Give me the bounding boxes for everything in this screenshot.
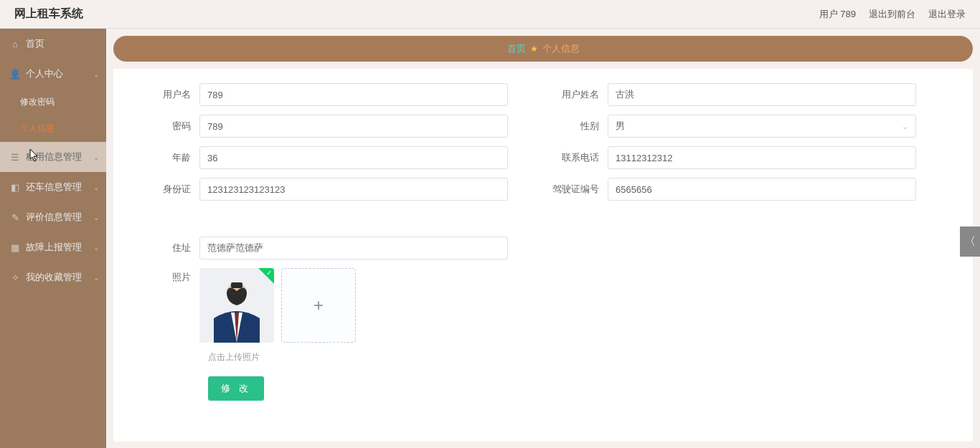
review-icon: ✎ [10, 212, 20, 222]
sidebar-item-label: 首页 [26, 37, 44, 50]
breadcrumb: 首页 ★ 个人信息 [113, 36, 973, 62]
age-input[interactable] [199, 146, 508, 169]
return-icon: ◧ [10, 182, 20, 192]
grid-icon: ▦ [10, 242, 20, 252]
breadcrumb-current: 个人信息 [542, 42, 580, 55]
sidebar-item-label: 个人中心 [26, 67, 63, 80]
phone-label: 联系电话 [543, 151, 608, 164]
star-separator-icon: ★ [530, 44, 538, 54]
svg-rect-2 [231, 282, 242, 288]
plus-icon: + [314, 295, 324, 315]
submit-button[interactable]: 修 改 [208, 376, 264, 401]
sidebar-item-favorite-management[interactable]: ✧ 我的收藏管理 ⌄ [0, 262, 106, 292]
sidebar-item-return-management[interactable]: ◧ 还车信息管理 ⌄ [0, 172, 106, 202]
address-input[interactable] [199, 237, 508, 259]
sidebar-item-label: 评价信息管理 [26, 211, 82, 224]
photo-upload-hint: 点击上传照片 [208, 351, 951, 363]
header-actions: 用户 789 退出到前台 退出登录 [819, 8, 966, 21]
username-label: 用户名 [135, 88, 199, 101]
age-label: 年龄 [135, 151, 199, 164]
breadcrumb-home[interactable]: 首页 [507, 42, 526, 55]
sidebar-item-home[interactable]: ⌂ 首页 [0, 29, 106, 59]
sidebar-sub-change-password[interactable]: 修改密码 [0, 89, 106, 115]
gender-select[interactable]: 男 ⌄ [608, 115, 916, 138]
user-icon: 👤 [10, 69, 20, 79]
star-icon: ✧ [10, 272, 20, 282]
photo-label: 照片 [135, 268, 199, 284]
license-label: 驾驶证编号 [543, 183, 608, 196]
username-input[interactable] [199, 83, 508, 106]
gender-label: 性别 [543, 120, 608, 133]
sidebar-item-rent-management[interactable]: ☰ 租用信息管理 ⌄ [0, 142, 106, 172]
photo-upload-add[interactable]: + [281, 268, 356, 343]
list-icon: ☰ [10, 152, 20, 162]
exit-to-front-link[interactable]: 退出到前台 [869, 8, 915, 21]
chevron-down-icon: ⌄ [93, 244, 99, 252]
sidebar-sub-personal-info[interactable]: 个人信息 [0, 115, 106, 142]
sidebar-item-label: 还车信息管理 [26, 181, 82, 194]
app-title: 网上租车系统 [14, 6, 83, 22]
idcard-input[interactable] [199, 178, 508, 201]
chevron-down-icon: ⌄ [902, 122, 908, 131]
gender-value: 男 [616, 120, 625, 133]
password-label: 密码 [135, 120, 199, 133]
right-collapse-tab[interactable]: 〈 [960, 227, 980, 257]
chevron-down-icon: ⌄ [93, 184, 99, 191]
chevron-down-icon: ⌄ [93, 274, 99, 282]
sidebar-item-label: 我的收藏管理 [26, 271, 82, 284]
license-input[interactable] [608, 178, 916, 201]
sidebar-item-personal-center[interactable]: 👤 个人中心 ⌄ [0, 59, 106, 89]
sidebar-item-review-management[interactable]: ✎ 评价信息管理 ⌄ [0, 202, 106, 232]
logout-link[interactable]: 退出登录 [928, 8, 966, 21]
chevron-left-icon: 〈 [964, 234, 976, 249]
sidebar: ⌂ 首页 👤 个人中心 ⌄ 修改密码 个人信息 ☰ 租用信息管理 ⌄ ◧ 还车信… [0, 29, 106, 448]
photo-thumbnail[interactable]: ✓ [199, 268, 274, 343]
sidebar-item-fault-management[interactable]: ▦ 故障上报管理 ⌄ [0, 232, 106, 262]
home-icon: ⌂ [10, 39, 20, 49]
sidebar-item-label: 租用信息管理 [26, 151, 82, 163]
chevron-down-icon: ⌄ [93, 214, 99, 221]
form-panel: 用户名 用户姓名 密码 性别 男 ⌄ [113, 69, 973, 442]
address-label: 住址 [135, 242, 199, 254]
password-input[interactable] [199, 115, 508, 138]
content-area: 首页 ★ 个人信息 用户名 用户姓名 密码 [106, 29, 980, 448]
check-icon: ✓ [266, 269, 272, 277]
realname-label: 用户姓名 [543, 88, 608, 101]
idcard-label: 身份证 [135, 183, 199, 196]
phone-input[interactable] [608, 146, 916, 169]
realname-input[interactable] [608, 83, 916, 106]
user-badge[interactable]: 用户 789 [819, 8, 856, 21]
top-header: 网上租车系统 用户 789 退出到前台 退出登录 [0, 0, 980, 29]
chevron-down-icon: ⌄ [93, 153, 99, 161]
sidebar-item-label: 故障上报管理 [26, 241, 82, 254]
chevron-down-icon: ⌄ [93, 70, 99, 78]
